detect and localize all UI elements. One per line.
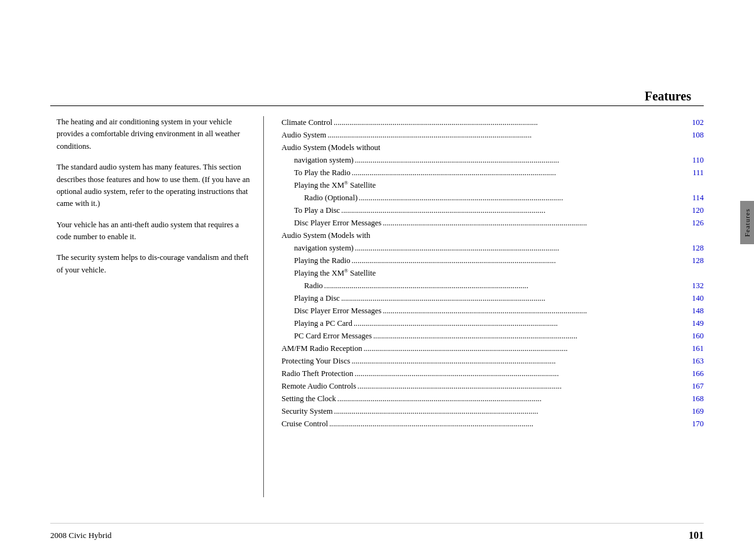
toc-label: Radio Theft Protection — [281, 367, 353, 380]
footer-area: 2008 Civic Hybrid 101 — [50, 523, 704, 541]
toc-label: navigation system) — [294, 242, 354, 254]
toc-page: 120 — [685, 204, 704, 217]
toc-entry: Audio System (Models with — [281, 229, 704, 242]
toc-page: 170 — [685, 417, 704, 430]
left-para-4: The security system helps to dis-courage… — [57, 252, 251, 276]
left-para-1: The heating and air conditioning system … — [57, 116, 251, 153]
toc-label: Disc Player Error Messages — [294, 217, 381, 229]
toc-label: Climate Control — [281, 116, 332, 129]
toc-page: 132 — [685, 279, 704, 292]
toc-label: Playing a PC Card — [294, 317, 352, 330]
toc-label: Security System — [281, 405, 333, 417]
toc-entry: Playing the XM® Satellite — [281, 179, 704, 191]
toc-page: 128 — [685, 242, 704, 254]
toc-label: Playing the Radio — [294, 254, 351, 267]
toc-dots: ........................................… — [363, 342, 684, 355]
side-tab: Features — [740, 201, 754, 244]
left-para-2: The standard audio system has many featu… — [57, 161, 251, 210]
toc-dots: ........................................… — [341, 292, 684, 304]
toc-entry: Playing a PC Card.......................… — [281, 317, 704, 330]
toc-page: 169 — [685, 405, 704, 417]
toc-page: 168 — [685, 392, 704, 405]
toc-label: Audio System (Models without — [281, 141, 380, 154]
toc-dots: ........................................… — [383, 304, 684, 317]
toc-entry: PC Card Error Messages..................… — [281, 330, 704, 342]
toc-page: 128 — [685, 254, 704, 267]
toc-entry: AM/FM Radio Reception...................… — [281, 342, 704, 355]
toc-entry: Remote Audio Controls...................… — [281, 380, 704, 392]
toc-label: Audio System — [281, 129, 326, 141]
toc-page: 160 — [685, 330, 704, 342]
toc-label: Cruise Control — [281, 417, 328, 430]
toc-entry: Playing a Disc..........................… — [281, 292, 704, 304]
page-container: Features The heating and air conditionin… — [0, 0, 754, 560]
toc-page: 108 — [685, 129, 704, 141]
toc-page: 140 — [685, 292, 704, 304]
toc-label: To Play the Radio — [294, 166, 351, 179]
toc-dots: ........................................… — [355, 242, 684, 254]
toc-entry: Cruise Control..........................… — [281, 417, 704, 430]
toc-dots: ........................................… — [355, 154, 684, 166]
toc-page: 126 — [685, 217, 704, 229]
toc-dots: ........................................… — [359, 191, 684, 204]
toc-dots: ........................................… — [341, 204, 684, 217]
toc-entry: Security System.........................… — [281, 405, 704, 417]
toc-page: 163 — [685, 355, 704, 367]
toc-label: Radio (Optional) — [304, 191, 358, 204]
toc-page: 149 — [685, 317, 704, 330]
toc-entry: Audio System (Models without — [281, 141, 704, 154]
toc-page: 161 — [685, 342, 704, 355]
side-tab-label: Features — [742, 206, 752, 239]
toc-dots: ........................................… — [327, 129, 684, 141]
content-area: The heating and air conditioning system … — [50, 116, 704, 497]
toc-dots: ........................................… — [352, 254, 684, 267]
toc-entry: To Play the Radio.......................… — [281, 166, 704, 179]
toc-entry: Radio Theft Protection..................… — [281, 367, 704, 380]
toc-entry: Setting the Clock.......................… — [281, 392, 704, 405]
toc-entry: To Play a Disc..........................… — [281, 204, 704, 217]
toc-label: PC Card Error Messages — [294, 330, 372, 342]
toc-entry: Playing the Radio.......................… — [281, 254, 704, 267]
toc-dots: ........................................… — [324, 279, 684, 292]
toc-dots: ........................................… — [354, 367, 684, 380]
toc-dots: ........................................… — [373, 330, 684, 342]
left-para-3: Your vehicle has an anti-theft audio sys… — [57, 219, 251, 244]
toc-page: 114 — [685, 191, 704, 204]
toc-dots: ........................................… — [354, 317, 684, 330]
toc-page: 102 — [685, 116, 704, 129]
toc-label: Playing the XM® Satellite — [294, 267, 376, 279]
toc-label: Audio System (Models with — [281, 229, 370, 242]
toc-dots: ........................................… — [329, 417, 684, 430]
toc-entry: Radio...................................… — [281, 279, 704, 292]
toc-dots: ........................................… — [358, 380, 684, 392]
toc-label: Protecting Your Discs — [281, 355, 350, 367]
toc-label: Playing the XM® Satellite — [294, 179, 376, 191]
footer-model: 2008 Civic Hybrid — [50, 530, 112, 541]
toc-entry: Playing the XM® Satellite — [281, 267, 704, 279]
toc-label: AM/FM Radio Reception — [281, 342, 362, 355]
toc-label: navigation system) — [294, 154, 354, 166]
toc-label: Remote Audio Controls — [281, 380, 356, 392]
toc-label: To Play a Disc — [294, 204, 340, 217]
toc-dots: ........................................… — [334, 405, 684, 417]
toc-entry: navigation system)......................… — [281, 154, 704, 166]
toc-column: Climate Control.........................… — [264, 116, 704, 497]
toc-page: 167 — [685, 380, 704, 392]
toc-entry: Radio (Optional)........................… — [281, 191, 704, 204]
toc-entry: navigation system)......................… — [281, 242, 704, 254]
toc-entry: Disc Player Error Messages..............… — [281, 217, 704, 229]
toc-entry: Disc Player Error Messages..............… — [281, 304, 704, 317]
toc-page: 110 — [685, 154, 704, 166]
left-column: The heating and air conditioning system … — [50, 116, 264, 497]
toc-page: 148 — [685, 304, 704, 317]
toc-dots: ........................................… — [383, 217, 684, 229]
toc-entry: Climate Control.........................… — [281, 116, 704, 129]
toc-page: 166 — [685, 367, 704, 380]
page-title: Features — [645, 89, 691, 104]
toc-label: Disc Player Error Messages — [294, 304, 381, 317]
toc-dots: ........................................… — [352, 166, 684, 179]
toc-entry: Audio System............................… — [281, 129, 704, 141]
header-rule — [50, 105, 704, 106]
footer-page: 101 — [689, 530, 704, 541]
toc-label: Setting the Clock — [281, 392, 336, 405]
